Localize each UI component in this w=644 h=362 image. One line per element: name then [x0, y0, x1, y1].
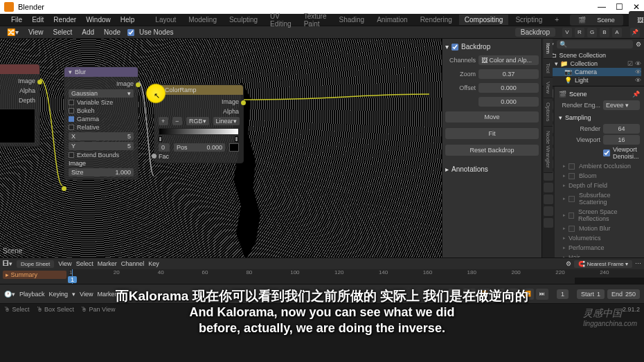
render-node-header[interactable]: ▾	[0, 64, 39, 74]
ds-select[interactable]: Select	[76, 260, 93, 267]
props-tab-data[interactable]	[544, 206, 553, 216]
ds-misc-icon[interactable]: ⋯	[635, 260, 641, 267]
ramp-pos[interactable]: Pos0.000	[174, 143, 225, 152]
ramp-out-image-socket[interactable]	[241, 100, 246, 105]
sec-hair[interactable]: Hair	[559, 253, 640, 257]
pass-v[interactable]: V	[562, 28, 572, 37]
prev-key-button[interactable]: ⏪	[478, 289, 490, 300]
dopesheet-type-icon[interactable]: 🎞▾	[3, 260, 12, 267]
blur-relative[interactable]: Relative	[69, 124, 134, 131]
tree-camera[interactable]: 📷Camera 👁	[545, 68, 641, 76]
node-editor-area[interactable]: ▾ Image Alpha Depth ▾Blur Image Gaussian…	[0, 39, 442, 257]
props-tab-material[interactable]	[544, 218, 553, 228]
use-nodes-checkbox[interactable]: Use Nodes	[127, 27, 176, 37]
sec-vol[interactable]: Volumetrics	[559, 233, 640, 243]
ramp-color[interactable]	[229, 143, 239, 152]
outliner-filter-icon[interactable]: ⚙	[636, 41, 641, 48]
tl-marker[interactable]: Marker	[97, 291, 116, 298]
render-samples[interactable]: Render 64	[559, 124, 640, 134]
offset-x-prop[interactable]: Offset 0.000	[445, 83, 539, 93]
menu-edit[interactable]: Edit	[28, 15, 48, 25]
tree-scene-collection[interactable]: ▾ 🗀Scene Collection	[545, 51, 641, 60]
dopesheet-timeline[interactable]: 12040 6080100 120140160 180200220 240 1	[69, 269, 644, 284]
maximize-button[interactable]: ☐	[616, 2, 623, 12]
tab-item[interactable]: Item	[544, 39, 553, 59]
dopesheet-summary[interactable]: ▸ Summary	[3, 271, 66, 279]
channels-prop[interactable]: Channels 🖼 Color and Alp...	[445, 55, 539, 65]
viewport-samples[interactable]: Viewport 16	[559, 135, 640, 145]
blur-type-select[interactable]: Gaussian▾	[69, 89, 134, 98]
ds-channel[interactable]: Channel	[121, 260, 145, 267]
pass-a[interactable]: A	[612, 28, 622, 37]
ramp-mode[interactable]: RGB ▾	[186, 117, 209, 125]
colorramp-gradient[interactable]	[159, 128, 239, 135]
render-layers-node[interactable]: ▾ Image Alpha Depth	[0, 64, 40, 147]
tree-light[interactable]: 💡Light 👁	[545, 76, 641, 84]
workspace-rendering[interactable]: Rendering	[415, 15, 458, 25]
scene-selector[interactable]: 🎬 Scene	[570, 15, 623, 26]
reset-backdrop-button[interactable]: Reset Backdrop	[445, 145, 539, 156]
blur-y-field[interactable]: Y5	[69, 142, 134, 150]
ramp-stop-0[interactable]	[159, 136, 162, 142]
colorramp-stops[interactable]	[159, 138, 239, 142]
backdrop-checkbox[interactable]	[451, 44, 458, 51]
minimize-button[interactable]: —	[598, 2, 606, 12]
tl-playback[interactable]: Playback	[19, 291, 45, 298]
hdr-node[interactable]: Node	[101, 27, 123, 37]
viewport-denoise[interactable]: Viewport Denoisi...	[559, 146, 640, 160]
ramp-add[interactable]: +	[159, 117, 168, 125]
blur-in-image-socket[interactable]	[62, 186, 66, 191]
frame-start[interactable]: Start 1	[577, 289, 605, 299]
play-button[interactable]: ▶	[507, 289, 519, 300]
play-rev-button[interactable]: ◀	[492, 289, 505, 300]
workspace-modeling[interactable]: Modeling	[183, 15, 222, 25]
blur-bokeh[interactable]: Bokeh	[69, 107, 134, 114]
menu-render[interactable]: Render	[49, 15, 80, 25]
tl-view[interactable]: View	[80, 291, 93, 298]
playhead[interactable]: 1	[72, 269, 73, 284]
frame-end[interactable]: End 250	[607, 289, 640, 299]
editor-type-icon[interactable]: 🔀▾	[4, 27, 21, 37]
sec-perf[interactable]: Performance	[559, 243, 640, 253]
hdr-add[interactable]: Add	[79, 27, 97, 37]
zoom-prop[interactable]: Zoom 0.37	[445, 69, 539, 79]
render-out-image-socket[interactable]	[37, 80, 42, 84]
jump-end-button[interactable]: ⏭	[536, 289, 548, 300]
blur-node-header[interactable]: ▾Blur	[64, 67, 138, 77]
blur-out-image-socket[interactable]	[136, 82, 141, 87]
blur-varsize[interactable]: Variable Size	[69, 99, 134, 106]
menu-window[interactable]: Window	[82, 15, 115, 25]
blur-node[interactable]: ▾Blur Image Gaussian▾ Variable Size Boke…	[64, 66, 138, 180]
ds-snap[interactable]: 🧲 Nearest Frame ▾	[574, 260, 632, 268]
pass-r[interactable]: R	[575, 28, 584, 37]
hdr-view[interactable]: View	[26, 27, 46, 37]
workspace-uv[interactable]: UV Editing	[265, 11, 297, 29]
auto-key-button[interactable]: ●	[449, 289, 461, 300]
backdrop-toggle[interactable]: Backdrop	[515, 28, 555, 37]
sec-ao[interactable]: Ambient Occlusion	[559, 161, 640, 171]
ramp-stop-1[interactable]	[235, 136, 238, 142]
render-engine-select[interactable]: Render Eng... Eevee ▾	[559, 100, 640, 110]
tl-keying[interactable]: Keying	[49, 291, 69, 298]
menu-help[interactable]: Help	[116, 15, 139, 25]
close-button[interactable]: ✕	[633, 2, 640, 12]
outliner-search[interactable]: 🔍	[557, 40, 633, 48]
pin-icon[interactable]: 📌	[630, 28, 640, 37]
blur-x-field[interactable]: X5	[69, 132, 134, 141]
tree-collection[interactable]: ▾ 📁Collection ☑ 👁	[545, 60, 641, 68]
sec-sss[interactable]: Subsurface Scattering	[559, 190, 640, 207]
ramp-del[interactable]: −	[172, 117, 182, 125]
sec-dof[interactable]: Depth of Field	[559, 181, 640, 190]
menu-file[interactable]: File	[7, 15, 26, 25]
colorramp-header[interactable]: ▾ColorRamp	[154, 85, 243, 95]
workspace-layout[interactable]: Layout	[150, 15, 181, 25]
props-tab-constraint[interactable]	[544, 194, 553, 204]
hdr-select[interactable]: Select	[51, 27, 75, 37]
workspace-shading[interactable]: Shading	[333, 15, 370, 25]
ramp-idx[interactable]: 0	[159, 143, 170, 152]
tab-options[interactable]: Options	[544, 98, 553, 127]
ramp-fac-socket[interactable]	[152, 154, 156, 159]
ds-filter-icon[interactable]: ⚙	[566, 260, 571, 267]
offset-y-prop[interactable]: 0.000	[445, 97, 539, 107]
next-key-button[interactable]: ⏩	[521, 289, 534, 300]
